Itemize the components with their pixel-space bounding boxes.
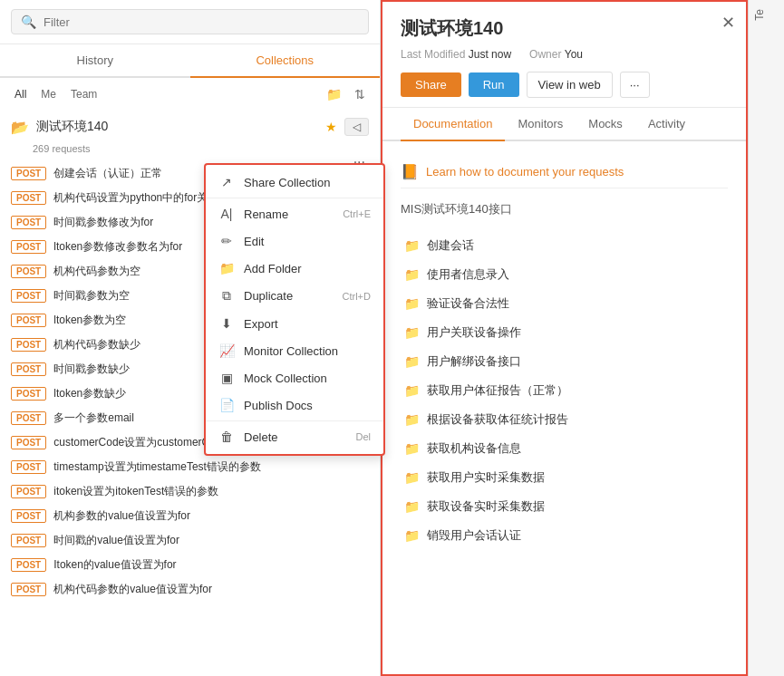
folder-name: 获取机构设备信息 — [427, 440, 521, 457]
request-name: 机构代码参数缺少 — [53, 337, 140, 352]
panel-content: 📙 Learn how to document your requests MI… — [382, 141, 746, 674]
filter-me[interactable]: Me — [37, 86, 60, 102]
learn-banner[interactable]: 📙 Learn how to document your requests — [401, 156, 728, 188]
folder-item[interactable]: 📁 创建会话 — [401, 232, 728, 259]
main-tabs: History Collections — [0, 44, 380, 78]
tab-mocks[interactable]: Mocks — [576, 108, 635, 140]
duplicate-shortcut: Ctrl+D — [343, 291, 371, 302]
folder-icon: 📁 — [404, 383, 420, 398]
owner-label: Owner — [529, 48, 561, 61]
folder-icon: 📁 — [404, 470, 420, 485]
menu-publish[interactable]: 📄 Publish Docs — [206, 391, 383, 419]
tab-monitors[interactable]: Monitors — [505, 108, 576, 140]
tab-collections[interactable]: Collections — [190, 44, 381, 76]
star-icon[interactable]: ★ — [325, 120, 337, 134]
folder-icon: 📁 — [404, 499, 420, 514]
edge-label: Te — [749, 0, 784, 30]
panel-tabs: Documentation Monitors Mocks Activity — [382, 108, 746, 141]
new-collection-btn[interactable]: 📁 — [323, 85, 345, 103]
folder-item[interactable]: 📁 获取用户体征报告（正常） — [401, 377, 728, 404]
list-item[interactable]: POST itoken设置为itokenTest错误的参数 — [0, 479, 380, 504]
request-name: timestamp设置为timestameTest错误的参数 — [53, 459, 261, 475]
list-item[interactable]: POST 机构代码参数的value值设置为for — [0, 577, 380, 602]
collapse-btn[interactable]: ◁ — [344, 118, 369, 136]
method-badge: POST — [11, 460, 46, 474]
info-icon: 📙 — [401, 163, 419, 180]
list-item[interactable]: POST 时间戳的value值设置为for — [0, 528, 380, 553]
folder-item[interactable]: 📁 使用者信息录入 — [401, 261, 728, 288]
request-name: itoken设置为itokenTest错误的参数 — [53, 484, 218, 499]
menu-share-collection[interactable]: ↗ Share Collection — [206, 169, 383, 196]
view-in-web-button[interactable]: View in web — [527, 72, 613, 98]
method-badge: POST — [11, 411, 46, 425]
folder-item[interactable]: 📁 用户解绑设备接口 — [401, 348, 728, 375]
folder-item[interactable]: 📁 销毁用户会话认证 — [401, 522, 728, 549]
folder-icon: 📁 — [404, 441, 420, 456]
folder-item[interactable]: 📁 获取机构设备信息 — [401, 435, 728, 462]
rename-shortcut: Ctrl+E — [343, 208, 371, 219]
run-button[interactable]: Run — [469, 72, 519, 97]
duplicate-icon: ⧉ — [218, 288, 235, 304]
method-badge: POST — [11, 509, 46, 523]
search-icon: 🔍 — [21, 14, 36, 29]
menu-rename[interactable]: A| Rename Ctrl+E — [206, 200, 383, 227]
menu-edit[interactable]: ✏ Edit — [206, 227, 383, 255]
request-name: ltoken参数为空 — [53, 313, 126, 328]
tab-documentation[interactable]: Documentation — [401, 108, 505, 140]
tab-activity[interactable]: Activity — [635, 108, 698, 140]
menu-duplicate[interactable]: ⧉ Duplicate Ctrl+D — [206, 282, 383, 310]
sort-btn[interactable]: ⇅ — [351, 85, 369, 103]
search-input[interactable] — [44, 15, 359, 29]
method-badge: POST — [11, 314, 46, 327]
menu-delete-label: Delete — [244, 430, 346, 444]
last-modified-value: Just now — [469, 48, 511, 61]
menu-add-folder[interactable]: 📁 Add Folder — [206, 255, 383, 282]
request-name: ltoken参数缺少 — [53, 386, 126, 401]
folder-icon: 📁 — [404, 238, 420, 253]
menu-export[interactable]: ⬇ Export — [206, 310, 383, 337]
list-item[interactable]: POST 机构参数的value值设置为for — [0, 504, 380, 528]
search-bar: 🔍 — [0, 0, 380, 44]
filter-team[interactable]: Team — [67, 86, 101, 102]
menu-monitor[interactable]: 📈 Monitor Collection — [206, 337, 383, 364]
list-item[interactable]: POST timestamp设置为timestameTest错误的参数 — [0, 455, 380, 479]
method-badge: POST — [11, 191, 46, 205]
folder-item[interactable]: 📁 获取用户实时采集数据 — [401, 464, 728, 491]
menu-delete[interactable]: 🗑 Delete Del — [206, 423, 383, 450]
folder-name: 获取设备实时采集数据 — [427, 498, 545, 515]
collection-header[interactable]: 📂 测试环境140 ★ ◁ — [0, 111, 380, 143]
folder-icon: 📁 — [404, 296, 420, 311]
method-badge: POST — [11, 558, 46, 572]
folder-item[interactable]: 📁 用户关联设备操作 — [401, 319, 728, 346]
filter-tabs: All Me Team — [11, 86, 101, 102]
filter-actions: 📁 ⇅ — [323, 85, 369, 103]
method-badge: POST — [11, 534, 46, 547]
collection-folder-icon: 📂 — [11, 119, 29, 136]
folder-name: 销毁用户会话认证 — [427, 527, 521, 544]
panel-more-button[interactable]: ··· — [620, 72, 650, 98]
panel-meta: Last Modified Just now Owner You — [401, 48, 728, 61]
folder-item[interactable]: 📁 获取设备实时采集数据 — [401, 493, 728, 520]
request-name: 机构代码参数为空 — [53, 264, 140, 279]
folder-icon: 📁 — [404, 528, 420, 543]
folder-item[interactable]: 📁 根据设备获取体征统计报告 — [401, 406, 728, 433]
menu-monitor-label: Monitor Collection — [244, 344, 371, 358]
list-item[interactable]: POST Itoken的value值设置为for — [0, 553, 380, 577]
method-badge: POST — [11, 289, 46, 303]
share-button[interactable]: Share — [401, 72, 461, 97]
menu-mock[interactable]: ▣ Mock Collection — [206, 364, 383, 391]
filter-all[interactable]: All — [11, 86, 30, 102]
method-badge: POST — [11, 167, 46, 180]
close-btn[interactable]: ✕ — [721, 13, 735, 33]
folder-icon: 📁 — [404, 325, 420, 340]
meta-modified: Last Modified Just now — [401, 48, 511, 61]
export-icon: ⬇ — [218, 316, 235, 331]
tab-history[interactable]: History — [0, 44, 190, 76]
edit-icon: ✏ — [218, 234, 235, 248]
request-name: 时间戳的value值设置为for — [53, 533, 179, 548]
menu-export-label: Export — [244, 317, 371, 331]
folder-item[interactable]: 📁 验证设备合法性 — [401, 290, 728, 317]
method-badge: POST — [11, 485, 46, 498]
folder-name: 创建会话 — [427, 237, 474, 254]
request-name: ltoken参数修改参数名为for — [53, 239, 182, 255]
